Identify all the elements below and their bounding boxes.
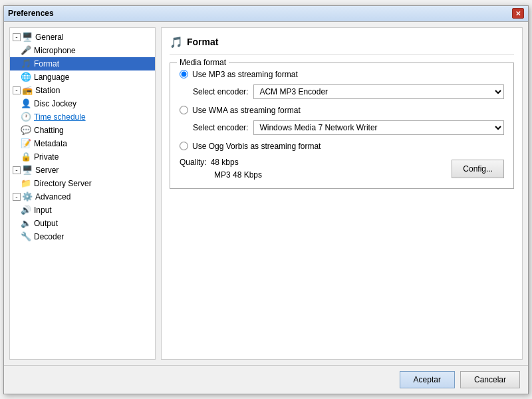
- sidebar-item-output[interactable]: 🔈 Output: [10, 217, 155, 230]
- sidebar-label-metadata: Metadata: [34, 139, 67, 148]
- mp3-radio-row: Use MP3 as streaming format: [180, 70, 504, 79]
- time-schedule-icon: 🕐: [21, 112, 31, 122]
- cancel-button[interactable]: Cancelar: [460, 371, 520, 388]
- format-icon: 🎵: [21, 59, 31, 69]
- sidebar-item-server[interactable]: - 🖥️ Server: [10, 164, 155, 177]
- station-icon: 📻: [22, 85, 33, 96]
- preferences-window: Preferences ✕ - 🖥️ General 🎤 Microphone …: [3, 5, 529, 394]
- quality-info: Quality: 48 kbps MP3 48 Kbps: [180, 156, 262, 182]
- chatting-icon: 💬: [21, 125, 31, 136]
- language-icon: 🌐: [21, 72, 31, 82]
- mp3-encoder-select[interactable]: ACM MP3 Encoder LAME MP3 Encoder: [253, 84, 504, 99]
- directory-server-icon: 📁: [21, 178, 31, 189]
- bottom-bar: Aceptar Cancelar: [4, 365, 528, 394]
- quality-value: 48 kbps: [211, 156, 239, 169]
- window-title: Preferences: [8, 9, 54, 18]
- sidebar-item-format[interactable]: 🎵 Format: [10, 57, 155, 70]
- wma-radio-label[interactable]: Use WMA as streaming format: [192, 106, 301, 115]
- private-icon: 🔒: [21, 152, 31, 162]
- expander-server[interactable]: -: [13, 166, 21, 174]
- sidebar-item-language[interactable]: 🌐 Language: [10, 70, 155, 84]
- quality-sub-line: MP3 48 Kbps: [180, 169, 262, 182]
- sidebar-label-input: Input: [34, 205, 52, 215]
- ogg-radio-label[interactable]: Use Ogg Vorbis as streaming format: [192, 142, 321, 151]
- group-box-label: Media format: [177, 58, 229, 67]
- wma-radio[interactable]: [180, 106, 188, 114]
- sidebar-label-directory-server: Directory Server: [34, 179, 92, 188]
- sidebar-label-general: General: [35, 33, 64, 42]
- sidebar-item-microphone[interactable]: 🎤 Microphone: [10, 44, 155, 57]
- sidebar-label-station: Station: [35, 86, 60, 95]
- ogg-radio-row: Use Ogg Vorbis as streaming format: [180, 142, 504, 151]
- expander-station[interactable]: -: [13, 86, 21, 94]
- sidebar-label-output: Output: [34, 219, 58, 228]
- sidebar-label-time-schedule: Time schedule: [34, 112, 86, 122]
- sidebar-label-disc-jockey: Disc Jockey: [34, 99, 76, 108]
- close-button[interactable]: ✕: [512, 8, 524, 19]
- decoder-icon: 🔧: [21, 231, 31, 242]
- sidebar-item-private[interactable]: 🔒 Private: [10, 150, 155, 164]
- sidebar-label-private: Private: [34, 152, 59, 162]
- metadata-icon: 📝: [21, 138, 31, 149]
- disc-jockey-icon: 👤: [21, 98, 31, 109]
- wma-encoder-select[interactable]: Windows Media 7 Network Writer Windows M…: [253, 120, 504, 135]
- main-content: - 🖥️ General 🎤 Microphone 🎵 Format 🌐 Lan…: [4, 22, 528, 365]
- wma-radio-row: Use WMA as streaming format: [180, 106, 504, 115]
- sidebar-label-decoder: Decoder: [34, 232, 64, 241]
- sidebar-item-time-schedule[interactable]: 🕐 Time schedule: [10, 110, 155, 124]
- accept-button[interactable]: Aceptar: [400, 371, 455, 388]
- sidebar-item-station[interactable]: - 📻 Station: [10, 84, 155, 97]
- mp3-radio-label[interactable]: Use MP3 as streaming format: [192, 70, 298, 79]
- wma-encoder-row: Select encoder: Windows Media 7 Network …: [193, 120, 504, 135]
- panel-title-icon: 🎵: [170, 36, 183, 49]
- sidebar-tree: - 🖥️ General 🎤 Microphone 🎵 Format 🌐 Lan…: [9, 27, 156, 360]
- quality-sub: MP3 48 Kbps: [214, 170, 262, 180]
- panel-title-text: Format: [187, 37, 218, 47]
- quality-label: Quality:: [180, 156, 207, 169]
- sidebar-label-language: Language: [34, 72, 69, 82]
- input-icon: 🔊: [21, 205, 31, 215]
- media-format-group: Media format Use MP3 as streaming format…: [170, 63, 514, 189]
- expander-advanced[interactable]: -: [13, 193, 21, 201]
- expander-general[interactable]: -: [13, 33, 21, 41]
- title-bar: Preferences ✕: [4, 6, 528, 22]
- sidebar-item-general[interactable]: - 🖥️ General: [10, 31, 155, 44]
- output-icon: 🔈: [21, 218, 31, 229]
- sidebar-item-advanced[interactable]: - ⚙️ Advanced: [10, 190, 155, 203]
- sidebar-item-metadata[interactable]: 📝 Metadata: [10, 137, 155, 150]
- general-icon: 🖥️: [22, 32, 33, 43]
- sidebar-item-disc-jockey[interactable]: 👤 Disc Jockey: [10, 97, 155, 110]
- config-button[interactable]: Config...: [452, 160, 504, 178]
- encoder-label-2: Select encoder:: [193, 123, 248, 132]
- panel-title-bar: 🎵 Format: [170, 36, 514, 55]
- mp3-encoder-row: Select encoder: ACM MP3 Encoder LAME MP3…: [193, 84, 504, 99]
- sidebar-label-server: Server: [35, 166, 59, 175]
- quality-line: Quality: 48 kbps: [180, 156, 262, 169]
- sidebar-label-format: Format: [34, 59, 59, 68]
- sidebar-item-directory-server[interactable]: 📁 Directory Server: [10, 177, 155, 190]
- sidebar-label-microphone: Microphone: [34, 46, 76, 55]
- sidebar-label-advanced: Advanced: [35, 192, 70, 201]
- ogg-radio[interactable]: [180, 142, 188, 150]
- mp3-radio[interactable]: [180, 70, 188, 78]
- advanced-icon: ⚙️: [22, 192, 33, 202]
- server-icon: 🖥️: [22, 165, 33, 176]
- sidebar-item-chatting[interactable]: 💬 Chatting: [10, 124, 155, 137]
- main-panel: 🎵 Format Media format Use MP3 as streami…: [161, 27, 523, 360]
- encoder-label-1: Select encoder:: [193, 87, 248, 96]
- sidebar-item-input[interactable]: 🔊 Input: [10, 203, 155, 217]
- microphone-icon: 🎤: [21, 45, 31, 56]
- sidebar-item-decoder[interactable]: 🔧 Decoder: [10, 230, 155, 243]
- quality-config-row: Quality: 48 kbps MP3 48 Kbps Config...: [180, 156, 504, 182]
- sidebar-label-chatting: Chatting: [34, 126, 64, 135]
